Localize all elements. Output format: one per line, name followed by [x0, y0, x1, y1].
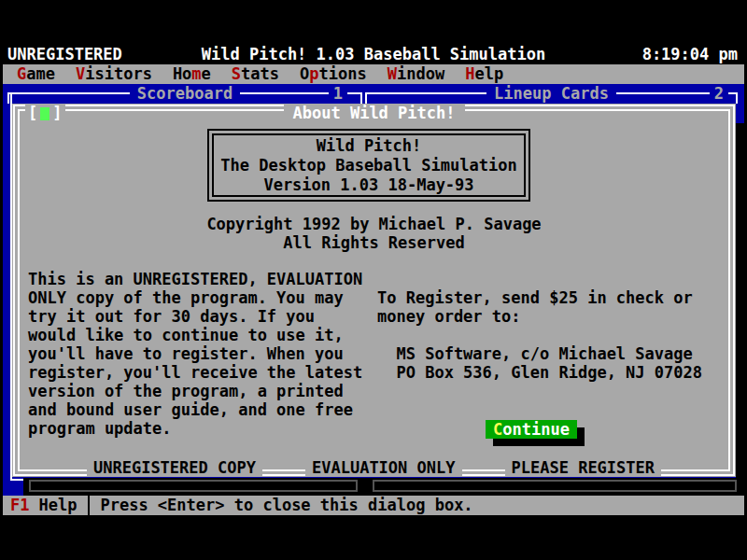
window-scoreboard-header[interactable]: Scoreboard 1 [7, 84, 362, 104]
menu-item-game[interactable]: Game [17, 64, 55, 84]
menu-hotkey: m [191, 64, 201, 83]
status-divider [88, 496, 90, 515]
menu-label-text: tats [241, 64, 279, 83]
continue-label: ontinue [502, 420, 570, 439]
menu-item-home[interactable]: Home [173, 64, 211, 84]
about-dialog: [] About Wild Pitch! Wild Pitch! The Des… [12, 104, 736, 477]
title-bar: UNREGISTERED Wild Pitch! 1.03 Baseball S… [3, 45, 744, 64]
menu-label-text: ame [26, 64, 55, 83]
close-icon [40, 107, 49, 120]
menu-label-text: tions [319, 64, 367, 83]
version-box-inner: Wild Pitch! The Desktop Baseball Simulat… [212, 133, 526, 197]
window-border-corner [365, 92, 367, 104]
menu-hotkey: p [309, 64, 318, 83]
menu-hotkey: G [17, 64, 26, 83]
menu-label-text: O [300, 64, 309, 83]
window-border [365, 92, 738, 94]
window-lineup-cards-header[interactable]: Lineup Cards 2 [365, 84, 738, 104]
menu-item-help[interactable]: Help [465, 64, 503, 84]
window-border-corner [360, 92, 362, 104]
menu-label-text: elp [474, 64, 503, 83]
product-subtitle: The Desktop Baseball Simulation [220, 156, 516, 175]
menu-hotkey: W [388, 64, 397, 83]
footer-label-register: PLEASE REGISTER [505, 458, 662, 477]
product-version: Version 1.03 18-May-93 [263, 175, 473, 195]
window-number: 2 [710, 84, 728, 104]
window-number: 1 [329, 84, 347, 104]
status-message: Press <Enter> to close this dialog box. [100, 496, 472, 515]
version-box: Wild Pitch! The Desktop Baseball Simulat… [207, 129, 530, 202]
evaluation-notice-text: This is an UNREGISTERED, EVALUATION ONLY… [28, 270, 362, 438]
clock: 8:19:04 pm [642, 45, 738, 64]
menu-label-text: isitors [85, 64, 152, 83]
menu-item-visitors[interactable]: Visitors [76, 64, 152, 84]
dialog-shadow [23, 478, 747, 496]
menu-hotkey: V [76, 64, 85, 83]
menu-bar: GameVisitorsHomeStatsOptionsWindowHelp [3, 64, 744, 84]
menu-item-window[interactable]: Window [388, 64, 444, 84]
window-border-corner [7, 92, 9, 104]
dialog-footer: UNREGISTERED COPY EVALUATION ONLY PLEASE… [12, 458, 736, 477]
app-title: Wild Pitch! 1.03 Baseball Simulation [3, 45, 744, 64]
window-border [7, 92, 362, 94]
product-name: Wild Pitch! [317, 136, 422, 156]
f1-key-hint: F1 [10, 496, 29, 515]
menu-hotkey: H [465, 64, 474, 83]
copyright-text: Copyright 1992 by Michael P. Savage All … [12, 215, 736, 252]
registration-address-text: To Register, send $25 in check or money … [377, 288, 702, 382]
f1-key-label: Help [38, 496, 77, 515]
status-bar: F1 Help Press <Enter> to close this dial… [3, 496, 744, 515]
menu-hotkey: S [232, 64, 241, 83]
footer-label-unregistered: UNREGISTERED COPY [87, 458, 262, 477]
footer-label-evaluation: EVALUATION ONLY [305, 458, 462, 477]
menu-item-stats[interactable]: Stats [232, 64, 279, 84]
shadowed-window-border [29, 480, 358, 492]
continue-button[interactable]: Continue [486, 420, 577, 439]
menu-label-text: e [202, 64, 211, 83]
continue-hotkey: C [493, 420, 502, 439]
close-button[interactable]: [] [25, 104, 65, 122]
dialog-title: About Wild Pitch! [284, 104, 465, 122]
menu-label-text: Ho [173, 64, 191, 83]
menu-label-text: indow [397, 64, 444, 83]
dos-screen: UNREGISTERED Wild Pitch! 1.03 Baseball S… [0, 0, 747, 560]
shadowed-window-border [373, 480, 737, 492]
menu-item-options[interactable]: Options [300, 64, 367, 84]
window-border-corner [736, 92, 738, 104]
